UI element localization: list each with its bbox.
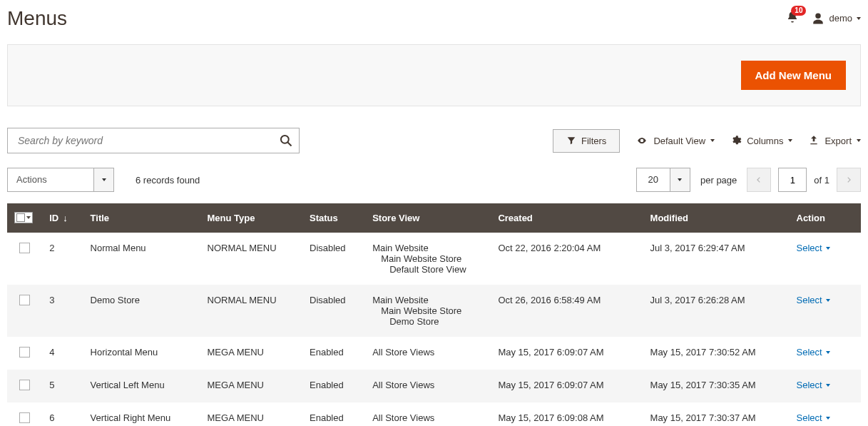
search-box[interactable] [7,128,300,153]
username: demo [829,13,852,24]
user-icon [812,12,824,25]
svg-line-1 [288,143,292,146]
chevron-down-icon [826,299,830,302]
row-checkbox[interactable] [19,380,30,390]
cell-created: Oct 22, 2016 2:20:04 AM [491,233,643,285]
chevron-right-icon [845,176,852,184]
chevron-down-icon [788,139,792,142]
actions-dropdown[interactable]: Actions [7,168,114,192]
chevron-down-icon [826,417,830,420]
page-title: Menus [7,7,67,30]
cell-status: Enabled [302,402,365,426]
row-action-select[interactable]: Select [797,295,830,305]
export-icon [808,135,820,146]
row-checkbox[interactable] [19,412,30,423]
cell-id: 6 [42,402,83,426]
cell-title: Demo Store [83,285,200,337]
filter-icon [566,136,576,146]
cell-status: Disabled [302,285,365,337]
row-action-select[interactable]: Select [797,412,830,423]
filters-label: Filters [581,136,606,146]
cell-menu-type: NORMAL MENU [200,285,302,337]
row-checkbox[interactable] [19,295,30,305]
row-checkbox[interactable] [19,243,30,253]
table-row[interactable]: 6Vertical Right MenuMEGA MENUEnabledAll … [7,402,861,426]
cell-status: Disabled [302,233,365,285]
row-action-select[interactable]: Select [797,243,830,253]
export-button[interactable]: Export [808,135,861,146]
cell-title: Normal Menu [83,233,200,285]
search-input[interactable] [16,134,279,147]
chevron-down-icon [857,17,861,20]
cell-menu-type: MEGA MENU [200,370,302,402]
cell-modified: May 15, 2017 7:30:35 AM [643,370,790,402]
cell-store-view: Main WebsiteMain Website StoreDemo Store [365,285,491,337]
cell-modified: Jul 3, 2017 6:29:47 AM [643,233,790,285]
default-view-button[interactable]: Default View [635,136,715,146]
cell-store-view: All Store Views [365,337,491,370]
add-new-menu-button[interactable]: Add New Menu [741,61,847,90]
column-header-created[interactable]: Created [491,203,643,233]
notifications-button[interactable]: 10 [786,10,799,26]
column-header-id[interactable]: ID↓ [42,203,83,233]
cell-created: May 15, 2017 6:09:07 AM [491,370,643,402]
cell-store-view: All Store Views [365,370,491,402]
table-row[interactable]: 5Vertical Left MenuMEGA MENUEnabledAll S… [7,370,861,402]
cell-created: Oct 26, 2016 6:58:49 AM [491,285,643,337]
column-header-store-view[interactable]: Store View [365,203,491,233]
cell-title: Vertical Left Menu [83,370,200,402]
per-page-label: per page [700,175,737,186]
cell-created: May 15, 2017 6:09:07 AM [491,337,643,370]
table-row[interactable]: 4Horizontal MenuMEGA MENUEnabledAll Stor… [7,337,861,370]
select-all-checkbox[interactable] [14,212,33,223]
cell-status: Enabled [302,337,365,370]
column-header-action[interactable]: Action [790,203,862,233]
cell-id: 2 [42,233,83,285]
filters-button[interactable]: Filters [553,129,620,153]
columns-button[interactable]: Columns [730,135,792,146]
gear-icon [730,135,742,146]
columns-label: Columns [747,136,783,146]
chevron-down-icon [26,216,31,219]
table-row[interactable]: 2Normal MenuNORMAL MENUDisabledMain Webs… [7,233,861,285]
menus-grid: ID↓ Title Menu Type Status Store View Cr… [7,203,861,426]
svg-point-0 [281,136,289,143]
column-header-modified[interactable]: Modified [643,203,790,233]
column-header-status[interactable]: Status [302,203,365,233]
chevron-down-icon [102,178,106,181]
chevron-down-icon [857,139,861,142]
column-header-title[interactable]: Title [83,203,200,233]
column-header-menu-type[interactable]: Menu Type [200,203,302,233]
cell-id: 5 [42,370,83,402]
per-page-select[interactable]: 20 [636,168,690,192]
per-page-value: 20 [637,168,670,191]
row-checkbox[interactable] [19,347,30,357]
chevron-down-icon [826,247,830,250]
cell-title: Horizontal Menu [83,337,200,370]
chevron-down-icon [710,139,715,142]
notifications-badge: 10 [791,6,806,16]
cell-menu-type: MEGA MENU [200,337,302,370]
total-pages-label: of 1 [814,175,829,186]
prev-page-button[interactable] [747,168,771,192]
search-icon[interactable] [279,133,293,148]
user-menu[interactable]: demo [812,12,861,25]
actions-label: Actions [8,168,93,191]
chevron-left-icon [755,176,762,184]
cell-menu-type: NORMAL MENU [200,233,302,285]
chevron-down-icon [826,384,830,387]
eye-icon [635,136,648,146]
records-found: 6 records found [136,175,200,186]
row-action-select[interactable]: Select [797,347,830,357]
cell-modified: May 15, 2017 7:30:52 AM [643,337,790,370]
default-view-label: Default View [653,136,705,146]
next-page-button[interactable] [837,168,861,192]
cell-store-view: All Store Views [365,402,491,426]
cell-created: May 15, 2017 6:09:08 AM [491,402,643,426]
cell-store-view: Main WebsiteMain Website StoreDefault St… [365,233,491,285]
table-row[interactable]: 3Demo StoreNORMAL MENUDisabledMain Websi… [7,285,861,337]
cell-title: Vertical Right Menu [83,402,200,426]
page-input[interactable] [778,168,807,192]
chevron-down-icon [826,351,830,354]
row-action-select[interactable]: Select [797,380,830,390]
